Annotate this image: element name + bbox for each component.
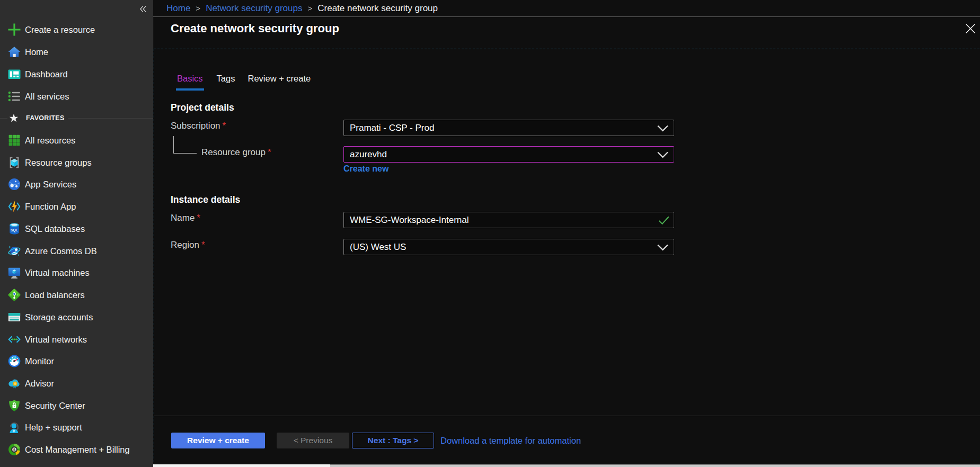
svg-text:$: $ — [13, 447, 16, 452]
svg-text:SQL: SQL — [11, 228, 18, 232]
